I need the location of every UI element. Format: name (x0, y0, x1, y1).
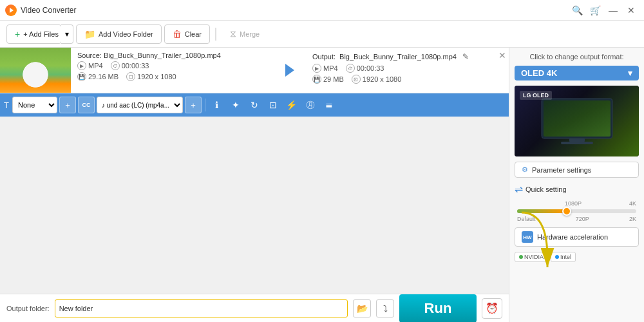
svg-rect-5 (569, 138, 585, 142)
output-duration: 00:00:33 (357, 64, 384, 72)
rotate-button[interactable]: ↻ (246, 97, 263, 113)
browse-folder-button[interactable]: 📂 (353, 299, 371, 317)
source-resolution: 1920 x 1080 (137, 73, 176, 80)
source-format: MP4 (88, 62, 103, 70)
thumbnail-image (0, 48, 71, 93)
format-icon: ▶ (77, 61, 86, 70)
convert-arrow (274, 48, 306, 93)
output-format-icon: ▶ (312, 64, 321, 73)
size-icon: 💾 (77, 72, 86, 81)
file-thumbnail (0, 48, 71, 93)
output-size-item: 💾 29 MB (312, 75, 344, 84)
toolbar-divider (215, 28, 216, 41)
cc-button[interactable]: CC (78, 97, 95, 113)
quality-labels-bottom: Default 720P 2K (517, 216, 636, 222)
output-details-2: 💾 29 MB ⊡ 1920 x 1080 (312, 75, 502, 84)
source-filename: Big_Buck_Bunny_Trailer_1080p.mp4 (104, 52, 221, 59)
merge-icon: ⧖ (230, 28, 236, 39)
quick-setting-icon: ⇌ (515, 183, 523, 195)
nvidia-status-dot (519, 255, 523, 259)
clear-button[interactable]: 🗑 Clear (164, 24, 210, 44)
output-filename: Big_Buck_Bunny_Trailer_1080p.mp4 (339, 53, 457, 61)
add-files-icon: + (15, 29, 20, 39)
sub-toolbar: T None + CC ♪ und aac (LC) (mp4a... + ℹ … (0, 93, 509, 117)
format-preview-image: LG OLED (515, 86, 639, 156)
quality-track[interactable] (517, 209, 636, 213)
output-label: Output: (312, 53, 336, 61)
hw-badges: NVIDIA Intel (515, 252, 639, 262)
svg-marker-0 (10, 8, 14, 13)
text-icon: T (4, 100, 9, 110)
output-res-icon: ⊡ (352, 75, 361, 84)
output-res-item: ⊡ 1920 x 1080 (352, 75, 402, 84)
folder-icon: 📁 (84, 29, 95, 39)
output-format-item: ▶ MP4 (312, 64, 338, 73)
quality-thumb[interactable] (562, 207, 571, 216)
source-duration: 00:00:33 (122, 62, 149, 70)
drop-area (0, 117, 509, 294)
run-button[interactable]: Run (399, 294, 477, 323)
output-details: ▶ MP4 ⏱ 00:00:33 (312, 64, 502, 73)
output-resolution: 1920 x 1080 (363, 75, 402, 83)
left-content: Source: Big_Buck_Bunny_Trailer_1080p.mp4… (0, 48, 509, 322)
format-selector[interactable]: OLED 4K ▾ (515, 66, 639, 80)
source-size: 29.16 MB (88, 73, 118, 80)
info-button[interactable]: ℹ (209, 97, 225, 113)
output-folder-label: Output folder: (6, 305, 50, 312)
search-button[interactable]: 🔍 (569, 3, 585, 18)
subtitle-select[interactable]: None (12, 97, 57, 113)
app-title: Video Converter (21, 6, 569, 15)
nvidia-badge: NVIDIA (515, 252, 548, 262)
main-area: Source: Big_Buck_Bunny_Trailer_1080p.mp4… (0, 48, 644, 322)
main-toolbar: + + Add Files ▾ 📁 Add Video Folder 🗑 Cle… (0, 21, 644, 48)
title-bar: Video Converter 🔍 🛒 — ✕ (0, 0, 644, 21)
format-preview: LG OLED (515, 86, 639, 156)
hardware-acceleration-button[interactable]: HW Hardware acceleration (515, 227, 639, 247)
output-size-icon: 💾 (312, 75, 321, 84)
minimize-button[interactable]: — (605, 3, 621, 18)
file-item: Source: Big_Buck_Bunny_Trailer_1080p.mp4… (0, 48, 509, 93)
remove-file-button[interactable]: ✕ (498, 50, 506, 61)
source-details: ▶ MP4 ⏱ 00:00:33 (77, 61, 267, 70)
settings-icon: ⚙ (522, 166, 528, 174)
add-audio-button[interactable]: + (185, 97, 202, 113)
cart-button[interactable]: 🛒 (587, 3, 603, 18)
add-files-button[interactable]: + + Add Files (6, 24, 62, 44)
source-size-item: 💾 29.16 MB (77, 72, 118, 81)
output-filename-row: Output: Big_Buck_Bunny_Trailer_1080p.mp4… (312, 52, 502, 62)
duration-icon: ⏱ (111, 61, 120, 70)
add-subtitle-button[interactable]: + (59, 97, 76, 113)
import-button[interactable]: ⤵ (376, 299, 394, 317)
quality-fill (517, 209, 565, 213)
svg-marker-1 (285, 64, 294, 77)
watermark-button[interactable]: ㊊ (302, 97, 319, 113)
dropdown-arrow-icon: ▾ (65, 30, 69, 39)
speed-button[interactable]: ⚡ (283, 97, 300, 113)
window-controls: 🔍 🛒 — ✕ (569, 3, 639, 18)
output-info: Output: Big_Buck_Bunny_Trailer_1080p.mp4… (306, 48, 509, 93)
merge-button[interactable]: ⧖ Merge (222, 24, 268, 44)
source-filename-row: Source: Big_Buck_Bunny_Trailer_1080p.mp4 (77, 52, 267, 59)
parameter-settings-button[interactable]: ⚙ Parameter settings (515, 162, 639, 178)
trash-icon: 🗑 (173, 29, 182, 39)
output-folder-input[interactable] (55, 299, 348, 317)
edit-output-button[interactable]: ✎ (460, 52, 471, 62)
source-resolution-item: ⊡ 1920 x 1080 (126, 72, 176, 81)
intel-badge: Intel (551, 252, 576, 262)
quality-slider-area: 1080P 4K Default 720P 2K (515, 200, 639, 222)
effects-button[interactable]: ✦ (227, 97, 244, 113)
output-dur-icon: ⏱ (346, 64, 355, 73)
add-files-dropdown[interactable]: ▾ (61, 24, 73, 44)
hw-icon: HW (522, 231, 533, 243)
add-video-folder-button[interactable]: 📁 Add Video Folder (76, 24, 162, 44)
audio-select[interactable]: ♪ und aac (LC) (mp4a... (97, 97, 183, 113)
subtitle-edit-button[interactable]: ≣ (321, 97, 337, 113)
alarm-button[interactable]: ⏰ (482, 298, 502, 319)
right-panel: Click to change output format: OLED 4K ▾… (509, 48, 644, 322)
intel-status-dot (555, 255, 559, 259)
close-button[interactable]: ✕ (623, 3, 639, 18)
crop-button[interactable]: ⊡ (265, 97, 281, 113)
output-size: 29 MB (323, 75, 344, 83)
nvidia-label: NVIDIA (524, 254, 544, 260)
quick-setting-label: ⇌ Quick setting (515, 183, 639, 195)
